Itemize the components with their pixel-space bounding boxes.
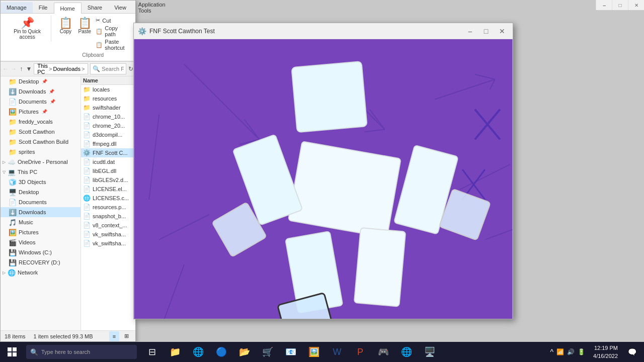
sidebar-item-music-label: Music <box>19 219 33 225</box>
search-input[interactable] <box>102 66 123 72</box>
sidebar-item-music[interactable]: 🎵 Music <box>1 217 80 227</box>
breadcrumb[interactable]: This PC > Downloads > <box>34 63 88 74</box>
list-item[interactable]: 📄 vk_swiftsha... <box>81 239 135 248</box>
sidebar-item-videos[interactable]: 🎬 Videos <box>1 237 80 247</box>
list-item[interactable]: 📄 ffmpeg.dll <box>81 139 135 148</box>
copy-button[interactable]: 📋 Copy <box>56 17 74 35</box>
list-item[interactable]: 📄 d3dcompil... <box>81 130 135 139</box>
file-name: v8_context_... <box>93 222 127 228</box>
refresh-button[interactable]: ↻ <box>128 63 133 74</box>
screen-maximize-button[interactable]: □ <box>612 0 628 10</box>
pin-quickaccess-button[interactable]: 📌 Pin to Quick access <box>7 17 48 41</box>
tab-view-label: View <box>114 5 126 11</box>
battery-icon[interactable]: 🔋 <box>578 348 585 355</box>
sidebar-item-documents[interactable]: 📄 Documents 📌 <box>1 97 80 107</box>
store-icon: 🛒 <box>262 346 273 357</box>
explorer-button[interactable]: 📂 <box>233 342 256 362</box>
copy-path-button[interactable]: 📋 Copy path <box>95 25 129 38</box>
tab-share[interactable]: Share <box>82 2 108 13</box>
tiles-view-button[interactable]: ⊞ <box>121 331 131 341</box>
taskview-button[interactable]: ⊟ <box>141 342 163 362</box>
copy-icon: 📋 <box>59 18 72 29</box>
sidebar-item-documents2[interactable]: 📄 Documents <box>1 197 80 207</box>
back-button[interactable]: ← <box>3 63 9 74</box>
notification-center-button[interactable]: 🗨️ <box>624 342 640 362</box>
sidebar-item-downloads[interactable]: ⬇️ Downloads 📌 <box>1 86 80 97</box>
breadcrumb-downloads: Downloads <box>53 66 80 72</box>
list-item[interactable]: 📄 chrome_10... <box>81 112 135 121</box>
sidebar-item-freddy[interactable]: 📁 freddy_vocals <box>1 117 80 127</box>
mail-button[interactable]: 📧 <box>280 342 302 362</box>
tab-view[interactable]: View <box>108 2 132 13</box>
chrome2-button[interactable]: 🌐 <box>395 342 418 362</box>
sidebar-item-thispc[interactable]: ▽ 💻 This PC <box>1 167 80 177</box>
sidebar-item-network[interactable]: ▷ 🌐 Network <box>1 267 80 278</box>
desktop2-icon: 🖥️ <box>9 189 17 196</box>
search-box[interactable]: 🔍 <box>90 63 126 74</box>
files-taskbar-button[interactable]: 📁 <box>164 342 186 362</box>
list-item[interactable]: 📄 chrome_20... <box>81 121 135 130</box>
sidebar-item-desktop[interactable]: 📁 Desktop 📌 <box>1 76 80 86</box>
list-item[interactable]: 🌐 LICENSES.c... <box>81 194 135 203</box>
sidebar-item-pictures2[interactable]: 🖼️ Pictures <box>1 227 80 237</box>
list-item[interactable]: 📄 libEGL.dll <box>81 166 135 175</box>
list-item[interactable]: 📄 vk_swiftsha... <box>81 230 135 239</box>
list-item[interactable]: 📄 snapshot_b... <box>81 212 135 221</box>
sidebar-item-scott[interactable]: 📁 Scott Cawthon <box>1 127 80 137</box>
tab-manage[interactable]: Manage <box>1 2 33 13</box>
desktop2-button[interactable]: 🖥️ <box>419 342 441 362</box>
sidebar-item-downloads2[interactable]: ⬇️ Downloads <box>1 207 80 217</box>
start-button[interactable] <box>0 342 24 362</box>
photos-button[interactable]: 🖼️ <box>303 342 325 362</box>
tab-apptools[interactable]: Application Tools <box>132 2 172 13</box>
name-column-header: Name <box>83 77 98 83</box>
chrome-button[interactable]: 🔵 <box>210 342 232 362</box>
game2-button[interactable]: 🎮 <box>372 342 394 362</box>
sidebar-item-scottbuild[interactable]: 📁 Scott Cawthon Build <box>1 137 80 147</box>
volume-icon[interactable]: 🔊 <box>567 348 575 355</box>
sidebar-item-sprites[interactable]: 📁 sprites <box>1 147 80 157</box>
recent-button[interactable]: ▼ <box>26 63 32 74</box>
up-button[interactable]: ↑ <box>19 63 24 74</box>
sidebar-item-windowsc[interactable]: 💾 Windows (C:) <box>1 247 80 257</box>
forward-button[interactable]: → <box>11 63 17 74</box>
sidebar-item-pictures[interactable]: 🖼️ Pictures 📌 <box>1 107 80 117</box>
tab-manage-label: Manage <box>7 5 27 11</box>
sidebar-item-onedrive[interactable]: ▷ ☁️ OneDrive - Personal <box>1 157 80 167</box>
paste-button[interactable]: 📋 Paste <box>75 17 94 35</box>
screen-close-button[interactable]: ✕ <box>628 0 644 10</box>
list-item[interactable]: 📄 icudtl.dat <box>81 157 135 166</box>
sidebar-item-network-label: Network <box>18 269 38 276</box>
taskbar-search[interactable]: 🔍 Type here to search <box>26 345 137 359</box>
sidebar-item-recoveryd[interactable]: 💾 RECOVERY (D:) <box>1 257 80 267</box>
file-name: d3dcompil... <box>93 132 122 138</box>
sidebar-item-desktop2[interactable]: 🖥️ Desktop <box>1 187 80 197</box>
taskbar-clock[interactable]: 12:19 PM 4/16/2022 <box>589 344 622 360</box>
tab-home[interactable]: Home <box>54 3 82 14</box>
list-item[interactable]: 📄 resources.p... <box>81 203 135 212</box>
list-item[interactable]: 📁 swiftshader <box>81 103 135 112</box>
screen-minimize-button[interactable]: ‒ <box>596 0 612 10</box>
store-button[interactable]: 🛒 <box>257 342 279 362</box>
chevron-up-icon[interactable]: ^ <box>550 348 553 356</box>
tab-file[interactable]: File <box>33 2 54 13</box>
list-item[interactable]: 📄 libGLESv2.d... <box>81 175 135 185</box>
list-item[interactable]: ⚙️ FNF Scott C... <box>81 148 135 157</box>
edge-button[interactable]: 🌐 <box>187 342 209 362</box>
list-item[interactable]: 📄 v8_context_... <box>81 221 135 230</box>
file-icon: 📄 <box>83 131 91 138</box>
word-button[interactable]: W <box>326 342 348 362</box>
sidebar-item-3dobjects[interactable]: 🧊 3D Objects <box>1 177 80 187</box>
list-item[interactable]: 📁 resources <box>81 94 135 103</box>
cut-button[interactable]: ✂ Cut <box>95 17 129 24</box>
paste-shortcut-button[interactable]: 📋 Paste shortcut <box>95 38 129 51</box>
game-maximize-button[interactable]: □ <box>479 25 493 38</box>
network-status-icon[interactable]: 📶 <box>556 348 564 355</box>
powerpoint-button[interactable]: P <box>349 342 371 362</box>
details-view-button[interactable]: ≡ <box>109 331 119 341</box>
game-minimize-button[interactable]: ‒ <box>463 25 476 38</box>
game-close-button[interactable]: ✕ <box>496 25 509 38</box>
list-item[interactable]: 📁 locales <box>81 85 135 94</box>
file-name: resources <box>93 96 117 102</box>
list-item[interactable]: 📄 LICENSE.el... <box>81 185 135 194</box>
